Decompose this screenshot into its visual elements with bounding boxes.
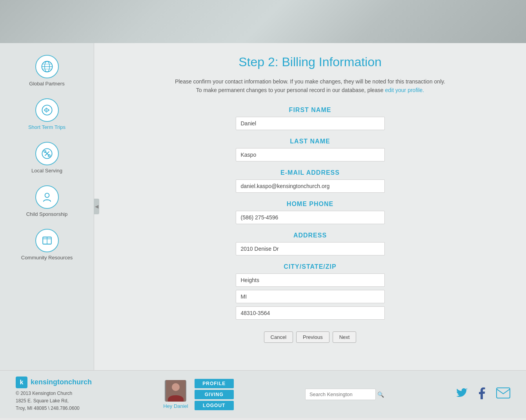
sidebar-item-local-serving-label: Local Serving	[31, 168, 62, 174]
footer-address1: 1825 E. Square Lake Rd,	[16, 397, 92, 405]
form-actions: Cancel Previous Next	[126, 331, 495, 355]
giving-button[interactable]: GIVING	[195, 390, 234, 399]
community-resources-icon-circle	[35, 229, 59, 252]
footer-left: k kensingtonchurch © 2013 Kensington Chu…	[16, 377, 92, 413]
footer-search-section: 🔍	[305, 389, 384, 400]
short-term-trips-icon-circle	[35, 98, 59, 122]
sidebar-item-child-sponsorship-label: Child Sponsorship	[26, 211, 68, 217]
footer-info: © 2013 Kensington Church 1825 E. Square …	[16, 390, 92, 413]
profile-button[interactable]: PROFILE	[195, 379, 234, 388]
first-name-label: FIRST NAME	[126, 107, 495, 114]
footer-logo-icon: k	[16, 377, 27, 388]
last-name-section: LAST NAME	[126, 138, 495, 161]
footer-social	[455, 387, 510, 402]
sidebar-item-global-partners[interactable]: Global Partners	[0, 51, 94, 91]
content-area: Step 2: Billing Information Please confi…	[94, 43, 526, 370]
city-input[interactable]	[236, 273, 385, 287]
svg-point-13	[45, 193, 49, 197]
footer-profile-section: Hey Daniel	[163, 380, 188, 409]
footer: k kensingtonchurch © 2013 Kensington Chu…	[0, 370, 526, 418]
address-section: ADDRESS	[126, 232, 495, 255]
footer-copyright: © 2013 Kensington Church	[16, 390, 92, 397]
next-button[interactable]: Next	[333, 331, 357, 343]
footer-address2: Troy, MI 48085 \ 248.786.0600	[16, 405, 92, 412]
state-input[interactable]	[236, 290, 385, 303]
search-input[interactable]	[305, 389, 376, 400]
step-title: Step 2: Billing Information	[126, 55, 495, 69]
city-state-zip-label: CITY/STATE/ZIP	[126, 263, 495, 270]
info-text: Please confirm your contact information …	[126, 77, 495, 95]
sidebar-collapse-arrow[interactable]: ◀	[94, 199, 99, 214]
sidebar-item-child-sponsorship[interactable]: Child Sponsorship	[0, 181, 94, 221]
email-section: E-MAIL ADDRESS	[126, 169, 495, 193]
phone-label: HOME PHONE	[126, 201, 495, 208]
svg-point-18	[172, 383, 180, 391]
last-name-input[interactable]	[236, 148, 385, 161]
sidebar-item-global-partners-label: Global Partners	[29, 81, 64, 87]
cancel-button[interactable]: Cancel	[264, 331, 293, 343]
phone-input[interactable]	[236, 211, 385, 224]
city-state-zip-section: CITY/STATE/ZIP	[126, 263, 495, 320]
phone-section: HOME PHONE	[126, 201, 495, 224]
twitter-icon[interactable]	[455, 387, 468, 402]
footer-avatar	[165, 380, 186, 402]
zip-input[interactable]	[236, 306, 385, 320]
svg-point-11	[44, 150, 46, 152]
footer-logo-text: kensingtonchurch	[31, 378, 92, 386]
first-name-section: FIRST NAME	[126, 107, 495, 130]
sidebar: Global Partners Short Term Trips	[0, 43, 94, 370]
sidebar-item-community-resources[interactable]: Community Resources	[0, 225, 94, 264]
local-serving-icon-circle	[35, 142, 59, 165]
svg-point-12	[48, 155, 50, 157]
first-name-input[interactable]	[236, 117, 385, 130]
sidebar-item-community-resources-label: Community Resources	[21, 255, 73, 261]
sidebar-item-local-serving[interactable]: Local Serving	[0, 138, 94, 177]
svg-rect-19	[497, 388, 510, 398]
edit-profile-link[interactable]: edit your profile.	[385, 87, 424, 93]
footer-center: Hey Daniel PROFILE GIVING LOGOUT	[163, 379, 234, 410]
email-icon[interactable]	[496, 387, 510, 401]
last-name-label: LAST NAME	[126, 138, 495, 145]
sidebar-item-short-term-trips-label: Short Term Trips	[28, 124, 66, 130]
child-sponsorship-icon-circle	[35, 185, 59, 209]
sidebar-item-short-term-trips[interactable]: Short Term Trips	[0, 94, 94, 134]
search-icon[interactable]: 🔍	[377, 391, 384, 398]
logout-button[interactable]: LOGOUT	[195, 401, 234, 410]
address-label: ADDRESS	[126, 232, 495, 239]
footer-user-greeting: Hey Daniel	[163, 403, 188, 409]
previous-button[interactable]: Previous	[296, 331, 329, 343]
address-input[interactable]	[236, 242, 385, 255]
footer-logo: k kensingtonchurch	[16, 377, 92, 388]
facebook-icon[interactable]	[476, 387, 488, 402]
header-banner	[0, 0, 526, 43]
info-line2: To make permanent changes to your person…	[196, 87, 384, 93]
email-input[interactable]	[236, 179, 385, 193]
global-partners-icon-circle	[35, 55, 59, 78]
footer-menu: PROFILE GIVING LOGOUT	[195, 379, 234, 410]
info-line1: Please confirm your contact information …	[175, 78, 445, 85]
email-label: E-MAIL ADDRESS	[126, 169, 495, 176]
